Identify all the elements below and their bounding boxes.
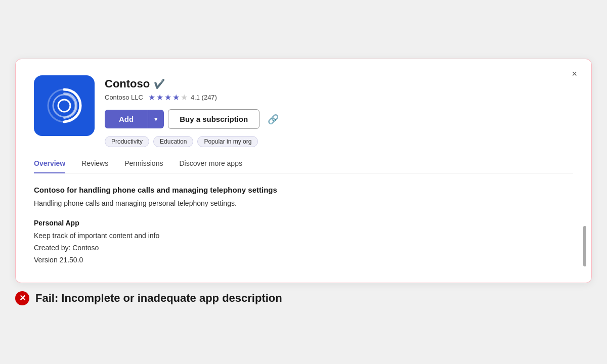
publisher-row: Contoso LLC ★ ★ ★ ★ ★ 4.1 (247): [105, 93, 573, 102]
svg-point-2: [58, 100, 70, 112]
personal-app-line-1: Keep track of important content and info: [34, 230, 565, 242]
app-name: Contoso: [105, 77, 150, 90]
app-info: Contoso ✔️ Contoso LLC ★ ★ ★ ★ ★ 4.1 (24…: [105, 75, 573, 147]
add-button[interactable]: Add: [105, 110, 148, 128]
scrollbar-track[interactable]: [583, 226, 586, 266]
verified-icon: ✔️: [154, 78, 165, 89]
link-button[interactable]: 🔗: [264, 112, 283, 127]
personal-app-line-2: Created by: Contoso: [34, 242, 565, 254]
content-heading: Contoso for handling phone calls and man…: [34, 186, 565, 194]
tags-row: Productivity Education Popular in my org: [105, 136, 573, 147]
action-row: Add ▾ Buy a subscription 🔗: [105, 109, 573, 129]
star-3: ★: [164, 93, 171, 102]
app-icon: [34, 75, 95, 136]
tab-permissions[interactable]: Permissions: [124, 159, 163, 173]
content-description: Handling phone calls and managing person…: [34, 198, 565, 209]
tag-education: Education: [153, 136, 193, 147]
rating-text: 4.1 (247): [191, 94, 217, 101]
svg-point-1: [53, 95, 75, 117]
app-detail-modal: × Contoso ✔️ Contoso LLC ★ ★: [15, 59, 592, 283]
tab-overview[interactable]: Overview: [34, 159, 65, 173]
close-button[interactable]: ×: [568, 67, 581, 80]
buy-subscription-button[interactable]: Buy a subscription: [168, 109, 259, 129]
app-header: Contoso ✔️ Contoso LLC ★ ★ ★ ★ ★ 4.1 (24…: [34, 75, 573, 147]
add-dropdown-button[interactable]: ▾: [148, 110, 164, 128]
personal-app-line-3: Version 21.50.0: [34, 254, 565, 266]
star-2: ★: [156, 93, 163, 102]
personal-app-title: Personal App: [34, 219, 565, 227]
fail-text: Fail: Incomplete or inadequate app descr…: [35, 292, 282, 305]
tag-popular: Popular in my org: [197, 136, 258, 147]
fail-icon: ✕: [15, 291, 29, 305]
publisher-name: Contoso LLC: [105, 94, 143, 101]
add-button-group: Add ▾: [105, 110, 164, 128]
fail-banner: ✕ Fail: Incomplete or inadequate app des…: [15, 291, 592, 305]
star-1: ★: [148, 93, 155, 102]
app-logo-svg: [44, 85, 84, 126]
star-rating: ★ ★ ★ ★ ★ 4.1 (247): [148, 93, 217, 102]
tabs-row: Overview Reviews Permissions Discover mo…: [34, 159, 573, 173]
tab-reviews[interactable]: Reviews: [81, 159, 108, 173]
content-area: Contoso for handling phone calls and man…: [34, 186, 573, 266]
star-4: ★: [172, 93, 180, 102]
scrollbar-thumb[interactable]: [583, 226, 586, 266]
app-name-row: Contoso ✔️: [105, 77, 573, 90]
star-5: ★: [181, 93, 188, 102]
tag-productivity: Productivity: [105, 136, 149, 147]
tab-discover-more-apps[interactable]: Discover more apps: [179, 159, 242, 173]
